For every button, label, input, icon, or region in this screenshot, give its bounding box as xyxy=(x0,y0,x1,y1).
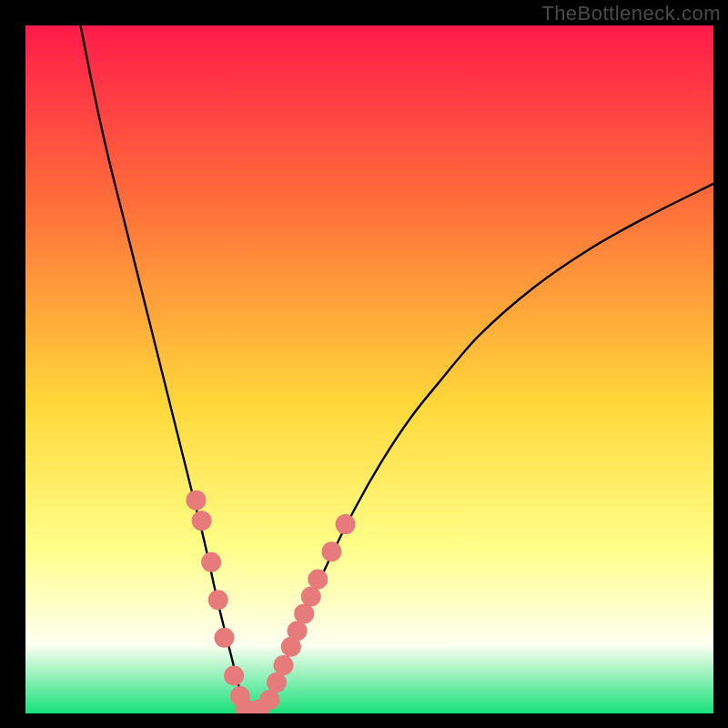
marker-dot xyxy=(214,628,234,648)
marker-dot xyxy=(308,570,328,590)
marker-dot xyxy=(336,514,356,534)
marker-dot xyxy=(192,511,212,531)
marker-dot xyxy=(321,541,341,561)
gradient-bg xyxy=(25,25,713,713)
marker-dot xyxy=(224,665,244,685)
marker-dot xyxy=(294,603,314,623)
marker-dot xyxy=(201,552,221,572)
marker-dot xyxy=(208,590,228,610)
marker-dot xyxy=(301,586,321,606)
plot-area xyxy=(25,25,713,713)
marker-dot xyxy=(259,690,279,710)
marker-dot xyxy=(274,655,294,675)
chart-frame: TheBottleneck.com xyxy=(0,0,728,728)
marker-dot xyxy=(288,621,308,641)
watermark-label: TheBottleneck.com xyxy=(541,2,721,25)
marker-dot xyxy=(186,490,206,511)
marker-dot xyxy=(267,672,287,693)
chart-svg xyxy=(25,25,713,713)
